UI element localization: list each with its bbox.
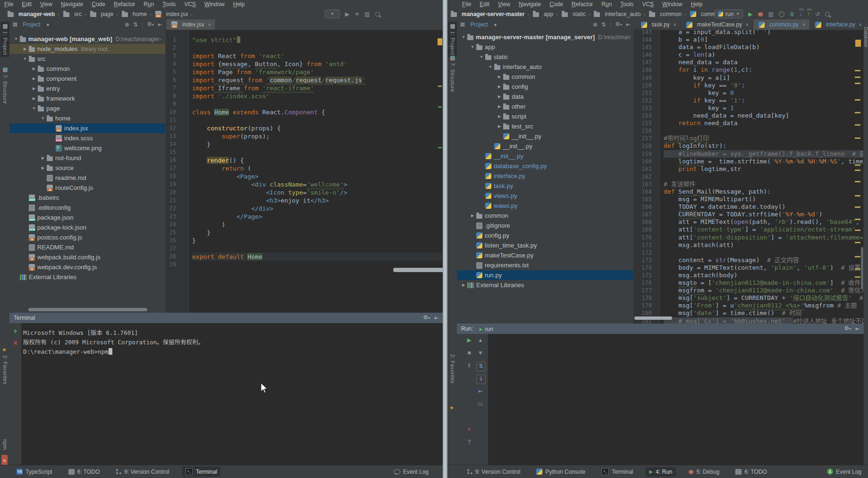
statusbar-item-9-version-control[interactable]: 9: Version Control <box>463 467 523 477</box>
collapse-arrow-icon[interactable]: ▼ <box>22 57 28 61</box>
event-log-button[interactable]: 1 Event Log <box>827 469 861 475</box>
menu-code[interactable]: Code <box>87 0 110 9</box>
horizontal-scrollbar[interactable] <box>28 308 147 311</box>
tree-item-config-py[interactable]: config.py <box>457 230 633 240</box>
run-tab[interactable]: ▶ run <box>480 324 493 334</box>
tree-item-source[interactable]: ▶source <box>9 163 165 173</box>
tree-item-wellcome-png[interactable]: wellcome.png <box>9 143 165 153</box>
project-panel-title[interactable]: Project <box>23 21 40 28</box>
error-stripe-mark[interactable] <box>855 137 860 139</box>
event-log-button[interactable]: Event Log <box>394 469 429 475</box>
run-button-icon[interactable]: ▶ <box>345 11 349 17</box>
collapse-arrow-icon[interactable]: ▼ <box>488 65 493 69</box>
statusbar-item-6-todo[interactable]: 6: TODO <box>732 467 770 477</box>
tree-item-node-modules[interactable]: ▶node_moduleslibrary root <box>9 44 165 54</box>
close-icon[interactable]: × <box>674 22 676 27</box>
collapse-all-icon[interactable]: ⇅ <box>133 19 138 30</box>
tree-item-other[interactable]: ▶other <box>457 102 633 111</box>
close-icon[interactable]: × <box>859 22 862 27</box>
error-stripe-mark[interactable] <box>855 276 860 278</box>
statusbar-item-terminal[interactable]: >_Terminal <box>182 467 220 477</box>
tree-item-index-scss[interactable]: SASSindex.scss <box>9 133 165 143</box>
tree-item-app[interactable]: ▼app <box>457 42 633 52</box>
tree-item-listen-time-task-py[interactable]: listen_time_task.py <box>457 240 633 250</box>
collapse-arrow-icon[interactable]: ▼ <box>479 55 484 59</box>
chevron-down-icon[interactable]: ▼ <box>46 23 50 27</box>
editor-tab-interface-py[interactable]: interface.py× <box>810 19 864 30</box>
hide-icon[interactable]: ⇤ <box>855 324 860 334</box>
expand-arrow-icon[interactable]: ▶ <box>497 75 502 79</box>
error-stripe-mark[interactable] <box>855 230 860 231</box>
breadcrumb-item-app[interactable]: app <box>531 11 554 17</box>
error-stripe-mark[interactable] <box>855 181 860 182</box>
breadcrumb-item-src[interactable]: src <box>62 11 82 17</box>
gear-icon[interactable]: ⚙▾ <box>423 313 430 324</box>
tree-item-src[interactable]: ▼src <box>9 54 165 64</box>
error-stripe-mark[interactable] <box>438 85 442 87</box>
menu-vcs[interactable]: VCS <box>180 0 200 9</box>
tree-item-views-py[interactable]: views.py <box>457 191 633 201</box>
menu-tools[interactable]: Tools <box>158 0 180 9</box>
error-stripe-mark[interactable] <box>855 268 860 270</box>
clear-all-button[interactable]: ⇤ <box>476 387 485 396</box>
gear-icon[interactable]: ⚙▾ <box>147 19 154 30</box>
stripe-button-7-structure[interactable]: 7: Structure <box>0 65 9 106</box>
expand-arrow-icon[interactable]: ▶ <box>497 114 502 119</box>
stop-button[interactable]: ■ <box>465 349 473 358</box>
error-stripe-mark[interactable] <box>855 99 860 101</box>
error-stripe-mark[interactable] <box>438 147 442 148</box>
menu-help[interactable]: Help <box>687 0 707 9</box>
tree-item-manager-server-master-manage-server[interactable]: ▼manager-server-master [manage_server]D:… <box>457 32 633 42</box>
breadcrumb-item-home[interactable]: home <box>120 11 147 17</box>
stripe-button-2-favorites[interactable]: 2: Favorites <box>448 352 457 386</box>
stripe-button-7-structure[interactable]: 7: Structure <box>448 53 457 94</box>
menu-file[interactable]: File <box>0 0 17 9</box>
error-stripe-mark[interactable] <box>855 219 860 220</box>
breadcrumb-item-page[interactable]: page <box>89 11 114 17</box>
tree-item-routeconfig-js[interactable]: JSrouteConfig.js <box>9 183 165 193</box>
collapse-arrow-icon[interactable]: ▼ <box>31 106 37 111</box>
breadcrumb-item-static[interactable]: static <box>560 11 586 17</box>
tree-item-webpack-build-config-js[interactable]: JSwebpack.build.config.js <box>9 252 165 262</box>
vertical-scrollbar[interactable] <box>861 247 863 290</box>
run-console[interactable] <box>488 334 864 465</box>
tree-item-not-found[interactable]: ▶not-found <box>9 153 165 163</box>
menu-code[interactable]: Code <box>545 0 567 9</box>
tree-item-data[interactable]: ▶data <box>457 92 633 102</box>
expand-arrow-icon[interactable]: ▶ <box>497 104 502 109</box>
expand-arrow-icon[interactable]: ▶ <box>470 213 475 218</box>
vcs-commit-icon[interactable]: VCS↑ <box>807 11 810 17</box>
tree-item-framework[interactable]: ▶framework <box>9 94 165 103</box>
revert-icon[interactable]: ↺ <box>815 11 820 17</box>
statusbar-item-9-version-control[interactable]: 9: Version Control <box>112 467 172 477</box>
error-stripe-mark[interactable] <box>855 124 860 126</box>
editor-tab-index-jsx[interactable]: JSXindex.jsx× <box>166 19 216 30</box>
tree-item-component[interactable]: ▶component <box>9 74 165 84</box>
expand-arrow-icon[interactable]: ▶ <box>40 156 46 160</box>
tree-item-database-config-py[interactable]: database_config.py <box>457 161 633 171</box>
menu-run[interactable]: Run <box>139 0 158 9</box>
statusbar-item-5-debug[interactable]: 5: Debug <box>685 467 723 477</box>
menu-file[interactable]: File <box>458 0 475 9</box>
menu-vcs[interactable]: VCS <box>638 0 658 9</box>
tree-item-external-libraries[interactable]: External Libraries <box>9 272 165 282</box>
editor-tab-maketestcase-py[interactable]: makeTestCase.py× <box>681 19 753 30</box>
coverage-button-icon[interactable]: ▨ <box>768 11 774 17</box>
expand-arrow-icon[interactable]: ▶ <box>31 96 37 101</box>
expand-arrow-icon[interactable]: ▶ <box>22 47 28 51</box>
hide-panel-icon[interactable]: ⇤ <box>158 19 162 30</box>
tree-item-package-json[interactable]: JSONpackage.json <box>9 213 165 222</box>
vcs-update-icon[interactable]: VCS↓ <box>800 11 802 17</box>
collapse-all-icon[interactable]: ⇅ <box>601 19 606 30</box>
breadcrumb-item-manager-server-master[interactable]: manager-server-master <box>449 11 525 17</box>
hide-icon[interactable]: ⇤ <box>434 313 439 323</box>
tree-item-maketestcase-py[interactable]: makeTestCase.py <box>457 250 633 260</box>
error-stripe-mark[interactable] <box>855 70 860 71</box>
help-button[interactable]: ? <box>465 438 473 447</box>
tree-item-requirements-txt[interactable]: requirements.txt <box>457 260 633 270</box>
tree-item-interface-auto[interactable]: ▼interface_auto <box>457 62 633 72</box>
collapse-arrow-icon[interactable]: ▼ <box>13 37 19 41</box>
gear-icon[interactable]: ⚙▾ <box>615 19 622 30</box>
tree-item-postcss-config-js[interactable]: JSpostcss.config.js <box>9 232 165 242</box>
editor-tab-task-py[interactable]: task.py× <box>636 19 681 30</box>
